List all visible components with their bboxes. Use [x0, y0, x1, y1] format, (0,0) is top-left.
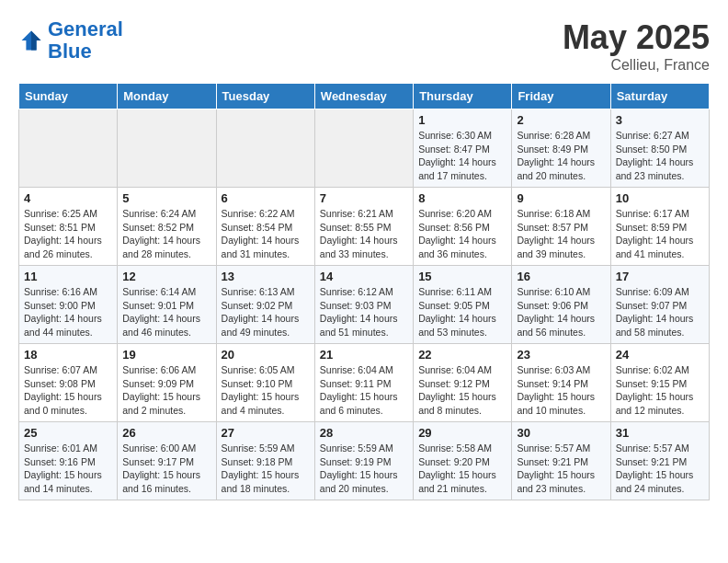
day-content: Sunrise: 6:04 AM Sunset: 9:11 PM Dayligh…: [320, 363, 408, 418]
day-content: Sunrise: 5:59 AM Sunset: 9:19 PM Dayligh…: [320, 442, 408, 496]
logo-icon: [18, 28, 44, 53]
day-content: Sunrise: 6:02 AM Sunset: 9:15 PM Dayligh…: [616, 363, 704, 418]
calendar-cell: [216, 109, 314, 188]
day-number: 4: [24, 191, 112, 205]
day-content: Sunrise: 6:07 AM Sunset: 9:08 PM Dayligh…: [24, 363, 112, 418]
calendar-cell: [19, 109, 118, 188]
title-block: May 2025 Cellieu, France: [563, 18, 710, 74]
calendar-cell: 30Sunrise: 5:57 AM Sunset: 9:21 PM Dayli…: [512, 422, 610, 500]
day-number: 26: [122, 426, 210, 440]
weekday-header-sunday: Sunday: [19, 84, 118, 109]
day-number: 24: [616, 348, 704, 362]
day-content: Sunrise: 5:58 AM Sunset: 9:20 PM Dayligh…: [418, 442, 506, 496]
day-number: 11: [24, 270, 112, 283]
day-content: Sunrise: 6:05 AM Sunset: 9:10 PM Dayligh…: [222, 363, 310, 418]
day-number: 20: [222, 348, 310, 362]
day-number: 27: [222, 426, 310, 440]
calendar-cell: 12Sunrise: 6:14 AM Sunset: 9:01 PM Dayli…: [118, 266, 216, 344]
calendar-cell: 10Sunrise: 6:17 AM Sunset: 8:59 PM Dayli…: [610, 188, 709, 266]
day-number: 17: [616, 270, 704, 283]
calendar-week-3: 11Sunrise: 6:16 AM Sunset: 9:00 PM Dayli…: [19, 266, 710, 344]
calendar-week-4: 18Sunrise: 6:07 AM Sunset: 9:08 PM Dayli…: [19, 344, 710, 422]
day-content: Sunrise: 6:12 AM Sunset: 9:03 PM Dayligh…: [320, 285, 408, 339]
calendar-cell: 14Sunrise: 6:12 AM Sunset: 9:03 PM Dayli…: [314, 266, 413, 344]
calendar-cell: 25Sunrise: 6:01 AM Sunset: 9:16 PM Dayli…: [19, 422, 118, 500]
day-content: Sunrise: 6:21 AM Sunset: 8:55 PM Dayligh…: [320, 207, 408, 261]
calendar-cell: 29Sunrise: 5:58 AM Sunset: 9:20 PM Dayli…: [414, 422, 512, 500]
day-content: Sunrise: 6:24 AM Sunset: 8:52 PM Dayligh…: [122, 207, 210, 261]
location: Cellieu, France: [563, 57, 710, 74]
calendar-cell: 16Sunrise: 6:10 AM Sunset: 9:06 PM Dayli…: [512, 266, 610, 344]
calendar-cell: 9Sunrise: 6:18 AM Sunset: 8:57 PM Daylig…: [512, 188, 610, 266]
day-content: Sunrise: 6:25 AM Sunset: 8:51 PM Dayligh…: [24, 207, 112, 261]
day-number: 2: [517, 113, 605, 127]
logo: General Blue: [18, 18, 123, 63]
day-number: 31: [616, 426, 704, 440]
day-content: Sunrise: 6:06 AM Sunset: 9:09 PM Dayligh…: [122, 363, 210, 418]
day-number: 19: [122, 348, 210, 362]
day-number: 29: [418, 426, 506, 440]
calendar-cell: 2Sunrise: 6:28 AM Sunset: 8:49 PM Daylig…: [512, 109, 610, 188]
weekday-header-saturday: Saturday: [610, 84, 709, 109]
day-content: Sunrise: 6:01 AM Sunset: 9:16 PM Dayligh…: [24, 442, 112, 496]
calendar-cell: 5Sunrise: 6:24 AM Sunset: 8:52 PM Daylig…: [118, 188, 216, 266]
day-number: 18: [24, 348, 112, 362]
day-number: 15: [418, 270, 506, 283]
calendar-cell: 20Sunrise: 6:05 AM Sunset: 9:10 PM Dayli…: [216, 344, 314, 422]
calendar-table: SundayMondayTuesdayWednesdayThursdayFrid…: [18, 83, 710, 500]
day-number: 6: [222, 191, 310, 205]
day-content: Sunrise: 6:11 AM Sunset: 9:05 PM Dayligh…: [418, 285, 506, 339]
calendar-cell: 31Sunrise: 5:57 AM Sunset: 9:21 PM Dayli…: [610, 422, 709, 500]
day-number: 1: [418, 113, 506, 127]
weekday-header-monday: Monday: [118, 84, 216, 109]
day-content: Sunrise: 5:57 AM Sunset: 9:21 PM Dayligh…: [517, 442, 605, 496]
page-header: General Blue May 2025 Cellieu, France: [18, 18, 710, 74]
day-content: Sunrise: 6:18 AM Sunset: 8:57 PM Dayligh…: [517, 207, 605, 261]
day-number: 3: [616, 113, 704, 127]
calendar-cell: 4Sunrise: 6:25 AM Sunset: 8:51 PM Daylig…: [19, 188, 118, 266]
calendar-cell: 17Sunrise: 6:09 AM Sunset: 9:07 PM Dayli…: [610, 266, 709, 344]
calendar-cell: 26Sunrise: 6:00 AM Sunset: 9:17 PM Dayli…: [118, 422, 216, 500]
day-number: 28: [320, 426, 408, 440]
calendar-week-1: 1Sunrise: 6:30 AM Sunset: 8:47 PM Daylig…: [19, 109, 710, 188]
day-content: Sunrise: 6:03 AM Sunset: 9:14 PM Dayligh…: [517, 363, 605, 418]
calendar-cell: [314, 109, 413, 188]
day-number: 13: [222, 270, 310, 283]
calendar-cell: 15Sunrise: 6:11 AM Sunset: 9:05 PM Dayli…: [414, 266, 512, 344]
day-content: Sunrise: 6:09 AM Sunset: 9:07 PM Dayligh…: [616, 285, 704, 339]
calendar-week-2: 4Sunrise: 6:25 AM Sunset: 8:51 PM Daylig…: [19, 188, 710, 266]
calendar-cell: 1Sunrise: 6:30 AM Sunset: 8:47 PM Daylig…: [414, 109, 512, 188]
weekday-header-friday: Friday: [512, 84, 610, 109]
weekday-header-row: SundayMondayTuesdayWednesdayThursdayFrid…: [19, 84, 710, 109]
logo-line1: General: [48, 17, 123, 40]
calendar-cell: 28Sunrise: 5:59 AM Sunset: 9:19 PM Dayli…: [314, 422, 413, 500]
month-year: May 2025: [563, 18, 710, 57]
calendar-cell: 13Sunrise: 6:13 AM Sunset: 9:02 PM Dayli…: [216, 266, 314, 344]
day-number: 9: [517, 191, 605, 205]
day-number: 22: [418, 348, 506, 362]
weekday-header-wednesday: Wednesday: [314, 84, 413, 109]
day-content: Sunrise: 6:04 AM Sunset: 9:12 PM Dayligh…: [418, 363, 506, 418]
weekday-header-tuesday: Tuesday: [216, 84, 314, 109]
day-content: Sunrise: 6:30 AM Sunset: 8:47 PM Dayligh…: [418, 129, 506, 183]
day-number: 5: [122, 191, 210, 205]
day-number: 12: [122, 270, 210, 283]
day-number: 7: [320, 191, 408, 205]
day-number: 21: [320, 348, 408, 362]
day-number: 25: [24, 426, 112, 440]
day-content: Sunrise: 6:13 AM Sunset: 9:02 PM Dayligh…: [222, 285, 310, 339]
calendar-cell: 23Sunrise: 6:03 AM Sunset: 9:14 PM Dayli…: [512, 344, 610, 422]
calendar-week-5: 25Sunrise: 6:01 AM Sunset: 9:16 PM Dayli…: [19, 422, 710, 500]
day-number: 23: [517, 348, 605, 362]
day-number: 8: [418, 191, 506, 205]
calendar-cell: 8Sunrise: 6:20 AM Sunset: 8:56 PM Daylig…: [414, 188, 512, 266]
calendar-cell: 18Sunrise: 6:07 AM Sunset: 9:08 PM Dayli…: [19, 344, 118, 422]
day-content: Sunrise: 5:57 AM Sunset: 9:21 PM Dayligh…: [616, 442, 704, 496]
calendar-cell: 21Sunrise: 6:04 AM Sunset: 9:11 PM Dayli…: [314, 344, 413, 422]
day-content: Sunrise: 6:00 AM Sunset: 9:17 PM Dayligh…: [122, 442, 210, 496]
day-number: 14: [320, 270, 408, 283]
calendar-cell: 22Sunrise: 6:04 AM Sunset: 9:12 PM Dayli…: [414, 344, 512, 422]
calendar-cell: [118, 109, 216, 188]
day-content: Sunrise: 6:14 AM Sunset: 9:01 PM Dayligh…: [122, 285, 210, 339]
svg-marker-1: [31, 31, 41, 51]
